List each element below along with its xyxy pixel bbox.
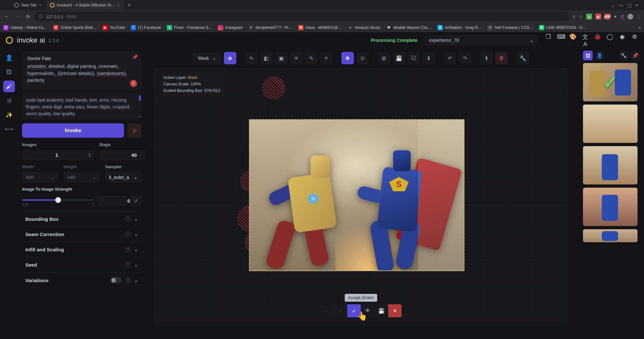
cube-icon[interactable]: ❒	[545, 33, 552, 48]
bookmark[interactable]: WLINE WEBTOON - G…	[539, 25, 587, 30]
variations-accordion[interactable]: Variations?⌄	[22, 272, 142, 288]
bounding-box-overlay[interactable]	[418, 120, 464, 270]
undo-button[interactable]: ↶	[444, 52, 456, 64]
spinner-icon[interactable]: ▲▼	[88, 153, 91, 158]
chevron-down-icon[interactable]: ⌄	[611, 3, 615, 8]
steps-input[interactable]: ▲▼	[99, 150, 145, 160]
star-icon[interactable]: ☆	[579, 14, 583, 19]
bookmark[interactable]: Instagram	[218, 25, 242, 30]
redo-button[interactable]: ↷	[459, 52, 471, 64]
toggle-visibility-button[interactable]: 👁	[361, 304, 375, 317]
bookmark[interactable]: ≡discipleneil777 - Pr…	[248, 25, 292, 30]
copy-button[interactable]: ⿻	[408, 52, 420, 64]
pin-icon[interactable]: 📌	[132, 55, 138, 59]
slider-thumb[interactable]	[55, 197, 61, 203]
generated-image[interactable]: S	[249, 119, 464, 271]
close-icon[interactable]: ×	[118, 3, 120, 7]
postprocess-tab[interactable]: ✨	[3, 109, 15, 121]
close-window-icon[interactable]: ×	[636, 3, 638, 8]
url-input[interactable]: ⓘ 127.0.0.1:9090	[34, 12, 569, 21]
share-icon[interactable]: ⇪	[572, 14, 576, 19]
browser-tab[interactable]: New Tab ×	[10, 0, 45, 10]
extension-adblock-icon[interactable]: ABP	[604, 14, 610, 19]
github-icon[interactable]: ◯	[606, 33, 613, 48]
help-icon[interactable]: ?	[125, 277, 131, 283]
merge-button[interactable]: ⊞	[378, 52, 390, 64]
gallery-thumb[interactable]	[583, 229, 638, 242]
help-icon[interactable]: ?	[125, 262, 131, 268]
back-button[interactable]: ←	[3, 14, 10, 19]
model-select[interactable]: experience_70 ⌄	[425, 35, 538, 45]
canvas-tab[interactable]: 🖌	[3, 81, 15, 92]
scrollbar-thumb[interactable]	[139, 95, 141, 101]
img2img-tab[interactable]: 🖼	[3, 66, 15, 78]
seam-correction-accordion[interactable]: Seam Correction?⌄	[22, 226, 142, 242]
reset-button[interactable]: ↺	[130, 195, 142, 207]
info-icon[interactable]: ⓘ	[39, 14, 43, 19]
fill-tool[interactable]: ▣	[275, 52, 288, 64]
clear-canvas-button[interactable]: 🗑	[495, 52, 508, 64]
upload-button[interactable]: ⬆	[480, 52, 493, 64]
layer-select[interactable]: Mask⌄	[193, 52, 221, 64]
bookmarks-overflow[interactable]: »	[638, 25, 641, 30]
download-button[interactable]: ⬇	[423, 52, 435, 64]
txt2img-tab[interactable]: 👤	[3, 52, 15, 64]
bookmark[interactable]: aAmazon Music	[348, 25, 380, 30]
cancel-button[interactable]: ⊘	[127, 123, 142, 138]
browser-tab-active[interactable]: InvokeAI - A Stable Diffusion To… ×	[46, 0, 124, 10]
canvas-settings-button[interactable]: 🔧	[517, 52, 529, 64]
bookmark[interactable]: UUdemy - Online Co…	[3, 25, 47, 30]
gallery-results-tab[interactable]: 🖼	[583, 51, 593, 60]
gallery-settings-button[interactable]: 🔧	[619, 51, 628, 60]
settings-icon[interactable]: ⚙	[631, 33, 638, 48]
bookmark[interactable]: AArtStation - Greg R…	[438, 25, 482, 30]
save-button[interactable]: 💾	[393, 52, 405, 64]
help-icon[interactable]: ?	[125, 246, 131, 252]
gallery-pin-button[interactable]: 📌	[630, 51, 640, 60]
nodes-tab[interactable]: ⊞	[3, 95, 15, 107]
negative-prompt-input[interactable]: nude bad anatomy, bad hands, text, error…	[22, 94, 142, 119]
prompt-input[interactable]: 📌 Doctor Fate artstation, detailed, digi…	[22, 51, 142, 90]
bookmark[interactable]: MInbox - klk56831@…	[298, 25, 342, 30]
extension-icon[interactable]: ●	[586, 14, 592, 19]
next-button[interactable]: →	[334, 304, 347, 317]
mask-enable-button[interactable]: ⊗	[224, 52, 236, 64]
palette-icon[interactable]: 🎨	[569, 33, 576, 48]
bounding-box-accordion[interactable]: Bounding Box?⌄	[22, 211, 142, 226]
eyedropper-tool[interactable]: ✎	[305, 52, 317, 64]
gallery-thumb[interactable]	[583, 188, 638, 226]
accept-button[interactable]: ✓	[347, 304, 361, 317]
forward-button[interactable]: →	[14, 14, 21, 19]
discard-button[interactable]: ✕	[388, 304, 402, 317]
clear-tool[interactable]: ✕	[290, 52, 303, 64]
minimize-icon[interactable]: —	[619, 3, 624, 8]
brush-tool[interactable]: ✎	[245, 52, 258, 64]
gallery-thumb[interactable]: ✓	[583, 63, 638, 101]
infill-scaling-accordion[interactable]: Infill and Scaling?⌄	[22, 242, 142, 257]
width-select[interactable]: 640⌄	[22, 172, 58, 183]
profile-icon[interactable]	[627, 14, 633, 19]
canvas[interactable]: Active Layer: Mask Canvas Scale: 100% Sc…	[155, 68, 567, 325]
sidepanel-icon[interactable]: ◫	[620, 14, 624, 19]
maximize-icon[interactable]: ▢	[627, 3, 632, 8]
reload-button[interactable]: ⟳	[24, 14, 31, 20]
images-input[interactable]: ▲▼	[22, 150, 94, 160]
i2i-strength-input[interactable]: ▲▼	[97, 195, 127, 206]
help-icon[interactable]: ?	[125, 216, 131, 222]
menu-icon[interactable]: ⋮	[637, 14, 641, 19]
height-select[interactable]: 448⌄	[64, 172, 100, 183]
prev-button[interactable]: ←	[320, 304, 334, 317]
variations-toggle[interactable]	[110, 277, 122, 283]
bookmark[interactable]: ●Fiverr - Freelance S…	[167, 25, 212, 30]
discord-icon[interactable]: ◉	[619, 33, 626, 48]
language-icon[interactable]: 文A	[582, 33, 589, 48]
invoke-button[interactable]: Invoke	[22, 123, 124, 138]
sampler-select[interactable]: k_euler_a⌄	[105, 172, 142, 183]
extensions-icon[interactable]: ✦	[613, 14, 617, 19]
training-tab[interactable]: ⟷	[3, 123, 15, 135]
move-tool[interactable]: ✥	[341, 52, 354, 64]
help-icon[interactable]: ?	[125, 231, 131, 237]
gallery-thumb[interactable]	[583, 105, 638, 143]
bookmark[interactable]: BOnline Sports Betti…	[53, 25, 97, 30]
bookmark[interactable]: ⚬Neil Fontaine | CGS…	[488, 25, 533, 30]
